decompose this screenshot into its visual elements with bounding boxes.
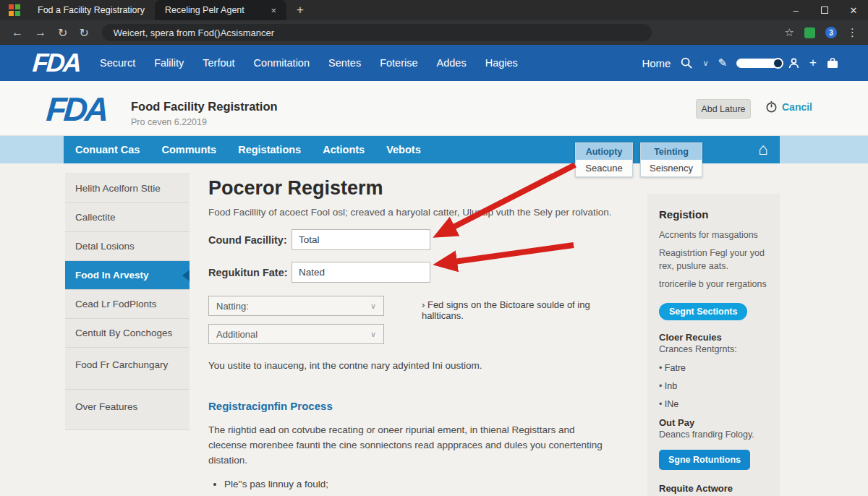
search-icon[interactable]: [680, 56, 693, 69]
fda-logo-white[interactable]: FDA: [32, 48, 81, 78]
main-panel: Poceror Registerm Food Facillity of acoe…: [208, 176, 626, 496]
home-link[interactable]: Home: [642, 57, 671, 69]
out-pay-title: Out Pay: [659, 417, 768, 428]
cancel-label: Cancil: [782, 101, 812, 113]
briefcase-icon[interactable]: [826, 56, 839, 69]
tab-title: Receling Pelr Agent: [165, 5, 244, 15]
extension-blue-icon[interactable]: 3: [825, 27, 837, 38]
reload-icon[interactable]: ↻: [58, 26, 67, 40]
forward-icon[interactable]: →: [35, 26, 46, 39]
process-paragraph: The riightid ead on cotvube recating or …: [208, 422, 613, 468]
new-tab-button[interactable]: +: [297, 3, 304, 17]
right-sidebar: Registion Accnents for masgations Reagis…: [647, 194, 780, 496]
reload-alt-icon[interactable]: ↻: [79, 26, 88, 40]
fda-nav-links: Securct Falility Terfout Conmitation Sen…: [100, 57, 518, 69]
page-header: FDA Food Facility Registration Pro ceven…: [0, 81, 868, 136]
subnav-link[interactable]: Vebots: [386, 144, 421, 155]
sidebar-item[interactable]: Callectite: [65, 203, 190, 232]
nav-link[interactable]: Conmitation: [254, 57, 310, 69]
sidebar-item[interactable]: Centult By Conchoges: [65, 319, 190, 348]
segnt-sections-button[interactable]: Segnt Sectionts: [659, 303, 747, 320]
bookmark-star-icon[interactable]: ☆: [785, 26, 794, 39]
cound-facility-label: Cound Facillity:: [208, 234, 292, 246]
instruction-note: You ustite to inauceng, int the contne n…: [208, 360, 626, 371]
aside-heading: Registion: [659, 208, 768, 221]
tab-teinting-seisnency[interactable]: Teinting Seisnency: [640, 142, 702, 177]
plus-icon[interactable]: +: [809, 56, 817, 70]
select-label: Natting:: [216, 301, 249, 312]
close-window-button[interactable]: ✕: [839, 0, 868, 20]
chevron-down-icon: ∨: [370, 302, 376, 311]
out-pay-text: Deancs frandirg Fology.: [659, 429, 768, 440]
browser-toolbar: ← → ↻ ↻ Weicert, spera from Fod()Acsisma…: [0, 20, 868, 45]
browser-tab-active[interactable]: Receling Pelr Agent ×: [155, 0, 286, 20]
back-icon[interactable]: ←: [12, 26, 23, 39]
left-sidebar: Helith Acelforn Sttie Callectite Detal L…: [65, 174, 190, 430]
nav-link[interactable]: Addes: [437, 57, 467, 69]
chevron-down-icon[interactable]: ∨: [702, 59, 708, 68]
url-text: Weicert, spera from Fod()Acsismancer: [114, 27, 274, 38]
nav-link[interactable]: Sentes: [328, 57, 361, 69]
sidebar-item[interactable]: Over Features: [65, 390, 190, 430]
aside-bullet[interactable]: Inb: [659, 381, 768, 391]
aside-subheading: Cloer Recuies: [659, 332, 768, 343]
person-add-icon[interactable]: [788, 57, 800, 69]
subnav-link[interactable]: Conuant Cas: [75, 144, 140, 155]
browser-tab-inactive[interactable]: Fod a Facility Registratiory: [27, 0, 155, 20]
page-title: Food Facility Registration: [131, 100, 278, 114]
tab-top-label: Autiopty: [576, 143, 632, 160]
nav-link[interactable]: Hagies: [485, 57, 518, 69]
tab-bottom-label: Seisnency: [641, 160, 702, 176]
cound-facility-input[interactable]: [292, 229, 430, 250]
cancel-clock-icon: [765, 101, 778, 113]
close-tab-icon[interactable]: ×: [271, 5, 276, 16]
sgne-rotuntions-button[interactable]: Sgne Rotuntions: [659, 450, 750, 470]
maximize-icon: [821, 7, 828, 14]
app-logo-icon: [9, 4, 20, 16]
nav-link[interactable]: Securct: [100, 57, 135, 69]
fda-logo-blue: FDA: [45, 90, 107, 129]
aside-subheading2: Crances Rentgrnts:: [659, 344, 768, 354]
chevron-down-icon: ∨: [370, 330, 376, 339]
aside-text: Accnents for masgations: [659, 228, 768, 241]
bullet-item: Ple''s pas linnuy a fould;: [224, 476, 618, 492]
aside-bullet[interactable]: Fatre: [659, 363, 768, 373]
subnav-link[interactable]: Communts: [161, 144, 216, 155]
requite-actwore-heading: Requite Actwore: [659, 483, 768, 494]
fda-top-banner: FDA Securct Falility Terfout Conmitation…: [0, 45, 868, 81]
main-title: Poceror Registerm: [208, 176, 626, 200]
aside-text: Reagistrtion Fegl your yod rex, puslure …: [659, 247, 768, 273]
abd-lature-button[interactable]: Abd Lature: [696, 99, 751, 119]
content-area: Helith Acelforn Sttie Callectite Detal L…: [0, 163, 868, 496]
tab-autiopty-seacune[interactable]: Autiopty Seacune: [575, 142, 633, 177]
url-bar[interactable]: Weicert, spera from Fod()Acsismancer: [102, 24, 652, 41]
home-icon[interactable]: ⌂: [758, 140, 768, 159]
cancel-button[interactable]: Cancil: [765, 101, 812, 113]
natting-select[interactable]: Natting: ∨: [208, 296, 384, 316]
browser-menu-icon[interactable]: ⋮: [847, 26, 858, 39]
sidebar-item-active[interactable]: Food In Arvesty: [65, 261, 190, 290]
aside-bullet[interactable]: INe: [659, 399, 768, 409]
aside-text: troricerile b your rergations: [659, 278, 768, 291]
additional-select[interactable]: Additional ∨: [208, 324, 384, 344]
subnav-link[interactable]: Registations: [238, 144, 301, 155]
page-subtitle: Pro ceven 6.22019: [131, 117, 207, 127]
sidebar-item[interactable]: Detal Losions: [65, 232, 190, 261]
sidebar-item[interactable]: Cead Lr FodPlonts: [65, 290, 190, 319]
reguritun-fate-input[interactable]: [292, 262, 430, 283]
maximize-button[interactable]: [810, 0, 839, 20]
extension-green-icon[interactable]: [804, 27, 815, 38]
nav-link[interactable]: Foterise: [380, 57, 417, 69]
nav-link[interactable]: Falility: [154, 57, 184, 69]
pen-icon[interactable]: ✎: [718, 56, 727, 69]
sidebar-item[interactable]: Helith Acelforn Sttie: [65, 174, 190, 203]
process-heading[interactable]: Registracignfin Process: [208, 400, 626, 412]
sub-navigation: Conuant Cas Communts Registations Action…: [0, 136, 868, 163]
subnav-link[interactable]: Actionts: [323, 144, 365, 155]
minimize-button[interactable]: –: [781, 0, 810, 20]
aside-bullet-list: Fatre Inb INe: [659, 363, 768, 409]
tab-bottom-label: Seacune: [576, 160, 632, 176]
sidebar-item[interactable]: Food Fr Carchungary: [65, 348, 190, 390]
search-toggle[interactable]: [736, 59, 778, 68]
nav-link[interactable]: Terfout: [203, 57, 234, 69]
